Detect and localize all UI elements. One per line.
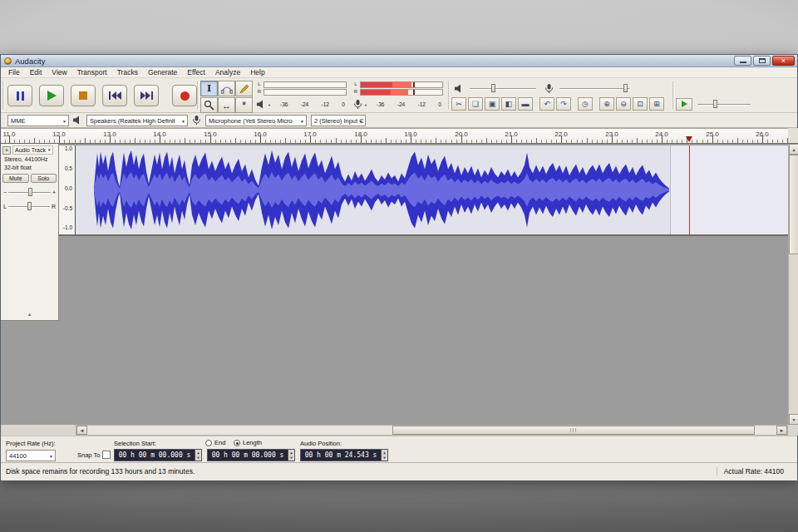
waveform-display[interactable] — [76, 145, 788, 236]
vertical-scroll-thumb[interactable] — [789, 155, 798, 254]
scroll-up-button[interactable]: ▲ — [789, 144, 798, 155]
trim-button[interactable]: ◧ — [501, 97, 516, 111]
menu-transport[interactable]: Transport — [72, 68, 112, 76]
horizontal-scrollbar[interactable]: ◄ ► — [76, 425, 788, 436]
menu-tracks[interactable]: Tracks — [112, 68, 143, 76]
field-spinner[interactable]: ▲ ▼ — [195, 450, 201, 461]
playback-device-combo[interactable]: Speakers (Realtek High Definit ▼ — [86, 115, 188, 126]
track-name-menu[interactable]: Audio Track ▼ — [12, 145, 53, 155]
playback-meter[interactable]: L R ▼ -36-24-120 — [255, 80, 348, 113]
track-area[interactable]: × Audio Track ▼ Stereo, 44100Hz 32-bit f… — [1, 144, 798, 425]
vertical-scrollbar[interactable]: ▲ ▼ — [788, 144, 798, 425]
playback-speed-slider[interactable] — [697, 98, 751, 110]
record-icon — [180, 91, 190, 101]
vruler-label: 0.0 — [65, 185, 72, 191]
zoom-out-button[interactable]: ⊖ — [616, 97, 631, 111]
menu-edit[interactable]: Edit — [25, 68, 47, 76]
scroll-down-button[interactable]: ▼ — [789, 414, 798, 425]
envelope-tool-button[interactable] — [218, 81, 235, 96]
fit-selection-button[interactable]: ⊡ — [633, 97, 648, 111]
spinner-down-icon[interactable]: ▼ — [383, 456, 385, 460]
sync-lock-button[interactable]: ◷ — [578, 97, 593, 111]
copy-button[interactable]: ❏ — [468, 97, 483, 111]
selection-start-field[interactable]: 00 h 00 m 00.000 s ▲ ▼ — [114, 449, 202, 461]
menu-help[interactable]: Help — [245, 68, 269, 76]
paste-button[interactable]: ▣ — [485, 97, 500, 111]
playback-speed-thumb[interactable] — [713, 100, 717, 108]
menu-analyze[interactable]: Analyze — [210, 68, 245, 76]
gain-slider-thumb[interactable] — [28, 188, 32, 196]
pan-slider-thumb[interactable] — [27, 202, 32, 210]
project-rate-combo[interactable]: 44100 ▼ — [6, 450, 56, 461]
vertical-scale-ruler[interactable]: 1.0 0.5 0.0 -0.5 -1.0 — [59, 145, 76, 236]
undo-button[interactable]: ↶ — [539, 97, 554, 111]
spinner-up-icon[interactable]: ▲ — [290, 451, 292, 455]
audio-host-combo[interactable]: MME ▼ — [7, 115, 69, 126]
toolbar-grip[interactable] — [672, 81, 675, 109]
draw-tool-button[interactable] — [235, 81, 253, 96]
fit-project-button[interactable]: ⊞ — [649, 97, 664, 111]
play-at-speed-button[interactable] — [676, 98, 692, 111]
record-button[interactable] — [172, 85, 197, 106]
menu-generate[interactable]: Generate — [143, 68, 182, 76]
mute-button[interactable]: Mute — [2, 174, 29, 183]
track-collapse-button[interactable]: ▲ — [7, 310, 52, 318]
minimize-icon — [740, 62, 746, 63]
scroll-left-button[interactable]: ◄ — [76, 426, 87, 435]
meter-dropdown-icon[interactable]: ▼ — [268, 103, 271, 107]
toolbar-grip[interactable] — [2, 81, 5, 109]
pan-slider[interactable] — [8, 201, 50, 211]
spinner-down-icon[interactable]: ▼ — [197, 456, 199, 460]
output-volume-thumb[interactable] — [491, 84, 495, 92]
skip-to-end-button[interactable] — [134, 85, 159, 106]
length-radio-group[interactable]: Length — [234, 439, 262, 446]
play-button[interactable] — [39, 85, 64, 106]
selection-tool-button[interactable]: I — [200, 81, 218, 96]
timeshift-tool-button[interactable]: ↔ — [218, 97, 235, 113]
solo-button[interactable]: Solo — [31, 174, 57, 183]
redo-button[interactable]: ↷ — [556, 97, 571, 111]
output-volume-slider[interactable] — [470, 82, 536, 94]
spinner-up-icon[interactable]: ▲ — [383, 451, 385, 455]
snap-to-checkbox[interactable] — [102, 451, 111, 459]
minimize-button[interactable] — [734, 56, 751, 66]
multi-tool-button[interactable]: * — [235, 97, 253, 113]
maximize-button[interactable] — [753, 56, 771, 66]
menu-file[interactable]: File — [3, 68, 25, 76]
end-radio[interactable] — [205, 440, 212, 446]
selection-length-field[interactable]: 00 h 00 m 00.000 s ▲ ▼ — [207, 449, 295, 461]
recording-channels-combo[interactable]: 2 (Stereo) Input C ▼ — [311, 115, 366, 126]
cut-button[interactable]: ✂ — [451, 97, 466, 111]
audio-position-field[interactable]: 00 h 00 m 24.543 s ▲ ▼ — [300, 449, 388, 461]
track-control-panel[interactable]: × Audio Track ▼ Stereo, 44100Hz 32-bit f… — [1, 144, 59, 321]
recording-meter[interactable]: L R — [352, 80, 445, 113]
zoom-in-button[interactable]: ⊕ — [599, 97, 614, 111]
skip-to-start-button[interactable] — [102, 85, 127, 106]
timeshift-icon: ↔ — [222, 101, 231, 111]
scroll-right-button[interactable]: ► — [776, 426, 787, 435]
stop-button[interactable] — [71, 85, 96, 106]
input-volume-thumb[interactable] — [623, 84, 628, 92]
menu-view[interactable]: View — [47, 68, 71, 76]
horizontal-scroll-thumb[interactable] — [392, 426, 755, 435]
toolbar-grip[interactable] — [197, 81, 200, 109]
spinner-up-icon[interactable]: ▲ — [197, 451, 199, 455]
toolbar-grip[interactable] — [448, 81, 451, 109]
end-radio-group[interactable]: End — [205, 439, 225, 446]
track-close-button[interactable]: × — [2, 146, 11, 155]
close-button[interactable]: × — [772, 56, 795, 66]
timeline-ruler[interactable]: 11.0 12.0 13.0 14.0 15.0 16.0 17.0 18.0 … — [1, 128, 788, 144]
zoom-tool-button[interactable] — [200, 97, 218, 113]
silence-button[interactable]: ▬ — [518, 97, 533, 111]
meter-dropdown-icon[interactable]: ▼ — [364, 103, 367, 107]
recording-device-combo[interactable]: Microphone (Yeti Stereo Micro ▼ — [205, 115, 307, 126]
field-spinner[interactable]: ▲ ▼ — [288, 450, 294, 461]
titlebar[interactable]: Audacity × — [1, 55, 797, 67]
length-radio[interactable] — [234, 440, 240, 446]
pause-button[interactable] — [7, 85, 32, 106]
gain-slider[interactable] — [8, 187, 51, 197]
input-volume-slider[interactable] — [559, 82, 629, 94]
field-spinner[interactable]: ▲ ▼ — [381, 450, 387, 461]
spinner-down-icon[interactable]: ▼ — [290, 456, 292, 460]
menu-effect[interactable]: Effect — [182, 68, 210, 76]
